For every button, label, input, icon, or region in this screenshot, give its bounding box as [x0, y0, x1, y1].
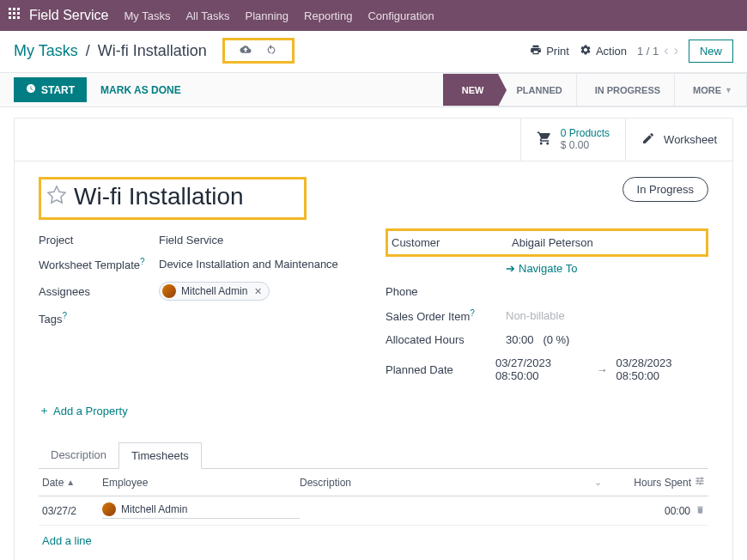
- assignee-tag[interactable]: Mitchell Admin ✕: [159, 282, 270, 301]
- stage-planned-label: PLANNED: [517, 85, 562, 95]
- worksheet-label: Worksheet: [664, 133, 717, 146]
- brand[interactable]: Field Service: [9, 8, 108, 23]
- sort-asc-icon: ▲: [66, 478, 75, 487]
- menu-reporting[interactable]: Reporting: [304, 9, 352, 22]
- products-button[interactable]: 0 Products $ 0.00: [520, 119, 625, 161]
- customer-label: Customer: [392, 236, 512, 249]
- assignee-name: Mitchell Admin: [181, 285, 247, 297]
- allocated-hours-value[interactable]: 30:00 (0 %): [506, 333, 569, 346]
- clock-icon: [26, 83, 36, 96]
- worksheet-button[interactable]: Worksheet: [625, 119, 732, 161]
- stage-more[interactable]: MORE▼: [674, 73, 747, 107]
- stage-pill[interactable]: In Progress: [622, 177, 708, 202]
- chevron-down-icon: ▼: [725, 86, 732, 94]
- stage-planned[interactable]: PLANNED: [498, 73, 577, 107]
- svg-rect-2: [17, 8, 20, 10]
- cell-employee[interactable]: Mitchell Admin: [102, 502, 300, 519]
- avatar: [102, 502, 116, 516]
- start-label: START: [41, 84, 75, 96]
- timesheet-header: Date▲ Employee Description⌄ Hours Spent: [39, 469, 708, 496]
- sales-order-value[interactable]: Non-billable: [506, 309, 565, 322]
- action-button[interactable]: Action: [580, 44, 627, 58]
- print-icon: [530, 44, 542, 58]
- arrow-right-icon: →: [596, 363, 607, 376]
- apps-icon[interactable]: [9, 8, 21, 23]
- cart-icon: [537, 131, 552, 149]
- task-title[interactable]: Wi-fi Installation: [74, 183, 244, 210]
- cell-hours[interactable]: 00:00: [610, 505, 705, 517]
- breadcrumb-sep: /: [86, 42, 90, 59]
- breadcrumb: My Tasks / Wi-fi Installation: [14, 42, 207, 60]
- menu-planning[interactable]: Planning: [245, 9, 288, 22]
- save-discard-box: [222, 38, 295, 64]
- col-date[interactable]: Date▲: [42, 477, 102, 489]
- products-amount: $ 0.00: [561, 139, 610, 151]
- add-line-button[interactable]: Add a line: [39, 526, 708, 556]
- new-button[interactable]: New: [689, 40, 733, 63]
- worksheet-template-value[interactable]: Device Installation and Maintenance: [159, 258, 338, 271]
- form-sheet: 0 Products $ 0.00 Worksheet Wi-fi Instal…: [14, 118, 733, 560]
- stage-in-progress-label: IN PROGRESS: [595, 85, 660, 95]
- tab-timesheets[interactable]: Timesheets: [118, 442, 202, 469]
- trash-icon[interactable]: [695, 505, 705, 517]
- assignees-value[interactable]: Mitchell Admin ✕: [159, 282, 270, 301]
- menu-my-tasks[interactable]: My Tasks: [124, 9, 170, 22]
- assignees-label: Assignees: [39, 285, 159, 298]
- gear-icon: [580, 44, 592, 58]
- cell-date[interactable]: 03/27/2: [42, 505, 102, 517]
- project-label: Project: [39, 234, 159, 247]
- star-icon[interactable]: [46, 185, 67, 208]
- plus-icon: ＋: [39, 403, 50, 418]
- avatar: [162, 284, 176, 298]
- top-navbar: Field Service My Tasks All Tasks Plannin…: [0, 0, 747, 31]
- print-label: Print: [546, 45, 569, 58]
- planned-date-end[interactable]: 03/28/2023 08:50:00: [616, 356, 708, 382]
- remove-assignee-icon[interactable]: ✕: [254, 286, 262, 297]
- print-button[interactable]: Print: [530, 44, 569, 58]
- pager-prev-icon[interactable]: ‹: [664, 43, 668, 58]
- add-property-label: Add a Property: [53, 405, 128, 417]
- svg-rect-6: [9, 16, 11, 19]
- col-hours[interactable]: Hours Spent: [610, 476, 705, 489]
- stage-new[interactable]: NEW: [443, 73, 499, 107]
- project-value[interactable]: Field Service: [159, 234, 223, 247]
- tab-description[interactable]: Description: [39, 442, 118, 468]
- products-count: 0 Products: [561, 127, 610, 139]
- table-row[interactable]: 03/27/2 Mitchell Admin 00:00: [39, 496, 708, 526]
- chevron-down-icon[interactable]: ⌄: [594, 477, 602, 489]
- col-employee[interactable]: Employee: [102, 477, 300, 489]
- breadcrumb-parent[interactable]: My Tasks: [14, 42, 78, 59]
- stage-new-label: NEW: [462, 85, 484, 95]
- arrow-icon: ➔: [506, 262, 515, 275]
- svg-rect-7: [13, 16, 15, 19]
- mark-done-button[interactable]: MARK AS DONE: [100, 84, 181, 96]
- discard-icon[interactable]: [264, 44, 278, 58]
- nav-menu: My Tasks All Tasks Planning Reporting Co…: [124, 9, 434, 22]
- add-property-button[interactable]: ＋ Add a Property: [39, 403, 128, 418]
- customer-value[interactable]: Abigail Peterson: [512, 236, 593, 249]
- brand-label: Field Service: [29, 8, 108, 23]
- phone-label: Phone: [386, 285, 506, 298]
- svg-rect-8: [17, 16, 20, 19]
- planned-date-value[interactable]: 03/27/2023 08:50:00 → 03/28/2023 08:50:0…: [495, 356, 708, 382]
- sales-order-label: Sales Order Item?: [386, 308, 506, 323]
- pager: 1 / 1 ‹ ›: [637, 43, 678, 58]
- pencil-icon: [641, 131, 655, 148]
- pager-next-icon[interactable]: ›: [674, 43, 678, 58]
- navigate-to-link[interactable]: ➔ Navigate To: [506, 262, 577, 275]
- cell-employee-name: Mitchell Admin: [121, 503, 187, 515]
- title-box: Wi-fi Installation: [39, 177, 307, 220]
- svg-rect-1: [13, 8, 15, 10]
- cloud-save-icon[interactable]: [239, 44, 252, 58]
- svg-rect-5: [17, 12, 20, 15]
- menu-all-tasks[interactable]: All Tasks: [185, 9, 229, 22]
- col-description[interactable]: Description⌄: [300, 477, 610, 489]
- svg-rect-4: [13, 12, 15, 15]
- start-button[interactable]: START: [14, 77, 87, 102]
- sliders-icon[interactable]: [695, 476, 705, 489]
- stage-in-progress[interactable]: IN PROGRESS: [576, 73, 675, 107]
- planned-date-start[interactable]: 03/27/2023 08:50:00: [495, 356, 588, 382]
- svg-rect-0: [9, 8, 11, 10]
- menu-configuration[interactable]: Configuration: [367, 9, 434, 22]
- planned-date-label: Planned Date: [386, 363, 495, 376]
